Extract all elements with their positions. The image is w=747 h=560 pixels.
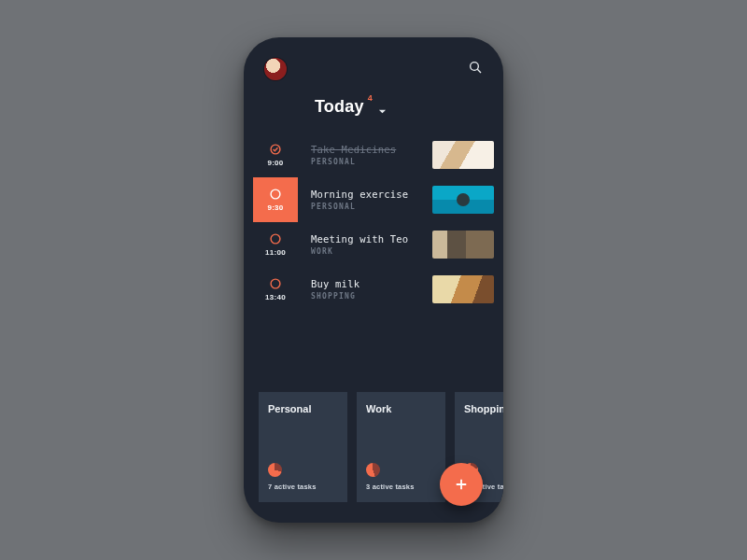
task-main: Buy milk SHOPPING <box>298 278 432 301</box>
task-name: Meeting with Teo <box>311 233 432 245</box>
task-main: Morning exercise PERSONAL <box>298 189 432 211</box>
category-count: 3 active tasks <box>366 483 436 491</box>
svg-point-4 <box>274 192 277 196</box>
add-task-button[interactable] <box>440 463 483 506</box>
task-main: Meeting with Teo WORK <box>298 233 432 256</box>
task-row[interactable]: 11:00 Meeting with Teo WORK <box>253 222 503 267</box>
category-name: Shopping <box>464 403 503 414</box>
task-time: 9:00 <box>267 159 283 167</box>
task-row[interactable]: 9:00 Take Medicines PERSONAL <box>253 133 503 177</box>
status-done-icon <box>269 143 282 156</box>
status-current-icon <box>269 188 282 201</box>
svg-line-1 <box>477 69 481 73</box>
pie-icon <box>366 463 380 477</box>
plus-icon <box>453 476 470 493</box>
task-category: PERSONAL <box>311 158 432 166</box>
task-name: Morning exercise <box>311 189 432 200</box>
task-main: Take Medicines PERSONAL <box>298 144 432 166</box>
avatar[interactable] <box>264 58 287 80</box>
task-time-col: 13:40 <box>253 277 298 301</box>
category-card[interactable]: Work 3 active tasks <box>357 392 445 502</box>
task-list: 9:00 Take Medicines PERSONAL 9:30 Mornin… <box>244 133 503 312</box>
task-thumbnail <box>432 141 494 169</box>
phone-frame: Today 4 9:00 Take Medicines PERSONAL <box>244 37 503 523</box>
task-time-col: 9:00 <box>253 143 298 167</box>
task-time-col: 9:30 <box>253 177 298 222</box>
category-name: Work <box>366 403 436 414</box>
task-category: SHOPPING <box>311 292 432 301</box>
status-pending-icon <box>269 277 282 290</box>
chevron-down-icon <box>378 103 387 119</box>
date-filter[interactable]: Today 4 <box>244 80 503 133</box>
category-name: Personal <box>268 403 338 414</box>
task-time-col: 11:00 <box>253 232 298 257</box>
category-count: 7 active tasks <box>268 483 338 491</box>
svg-point-0 <box>471 63 479 71</box>
task-row[interactable]: 13:40 Buy milk SHOPPING <box>253 267 503 312</box>
category-card[interactable]: Personal 7 active tasks <box>259 392 347 502</box>
svg-point-6 <box>271 279 280 288</box>
task-row[interactable]: 9:30 Morning exercise PERSONAL <box>253 177 503 222</box>
page-title: Today <box>315 97 364 117</box>
task-thumbnail <box>432 231 494 259</box>
task-time: 9:30 <box>267 203 283 212</box>
pie-icon <box>268 463 282 477</box>
search-icon[interactable] <box>468 60 483 78</box>
task-count-badge: 4 <box>368 93 373 103</box>
task-thumbnail <box>432 186 494 214</box>
task-time: 11:00 <box>265 248 286 257</box>
task-name: Take Medicines <box>311 144 432 155</box>
status-pending-icon <box>269 232 282 245</box>
task-category: PERSONAL <box>311 203 432 211</box>
svg-point-3 <box>271 189 280 199</box>
task-category: WORK <box>311 247 432 256</box>
svg-point-5 <box>271 234 280 244</box>
task-name: Buy milk <box>311 278 432 289</box>
header <box>244 58 503 80</box>
task-thumbnail <box>432 275 494 303</box>
task-time: 13:40 <box>265 293 286 301</box>
